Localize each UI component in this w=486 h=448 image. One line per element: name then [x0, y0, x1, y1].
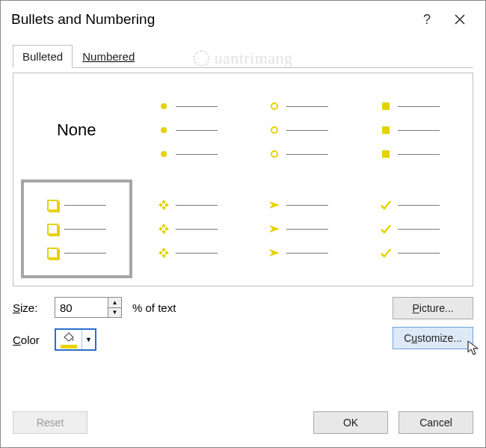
dialog-title: Bullets and Numbering [11, 11, 410, 28]
size-spin-up[interactable]: ▲ [108, 298, 121, 308]
size-input[interactable] [55, 298, 108, 317]
svg-rect-4 [162, 224, 166, 228]
svg-rect-9 [159, 251, 163, 255]
diamond-icon [158, 199, 170, 211]
close-button[interactable] [443, 9, 476, 30]
svg-rect-10 [164, 251, 169, 255]
arrow-icon [268, 199, 280, 211]
dialog-footer: Reset OK Cancel [1, 401, 485, 447]
svg-rect-7 [162, 230, 166, 234]
gallery-item-diamond[interactable] [132, 179, 244, 278]
ok-button[interactable]: OK [313, 411, 388, 434]
svg-rect-2 [164, 203, 169, 207]
gallery-item-circle[interactable] [243, 81, 354, 179]
gallery-item-disc[interactable] [132, 81, 244, 179]
svg-rect-1 [159, 203, 163, 207]
tab-numbered[interactable]: Numbered [73, 45, 144, 68]
svg-rect-6 [164, 227, 169, 231]
tab-bulleted[interactable]: Bulleted [13, 45, 73, 68]
cursor-icon [467, 340, 481, 357]
tab-bar: Bulleted Numbered [13, 44, 473, 68]
size-suffix: % of text [132, 301, 176, 314]
gallery-item-square[interactable] [354, 81, 466, 179]
gallery-item-box[interactable] [21, 179, 132, 278]
box-icon [46, 199, 58, 211]
check-icon [380, 199, 392, 211]
bullet-gallery: None [13, 73, 473, 286]
size-row: Size: ▲ ▼ % of text [13, 297, 384, 318]
close-icon [455, 14, 465, 25]
help-button[interactable]: ? [410, 9, 443, 30]
disc-icon [158, 100, 170, 112]
square-icon [380, 100, 392, 112]
bullets-numbering-dialog: Bullets and Numbering ? uantrimang Bulle… [0, 0, 486, 448]
svg-rect-5 [159, 227, 163, 231]
circle-icon [268, 100, 280, 112]
size-label: Size: [13, 301, 52, 314]
color-bar [61, 345, 77, 349]
color-dropdown-arrow[interactable]: ▼ [81, 330, 95, 349]
titlebar: Bullets and Numbering ? [1, 1, 485, 34]
customize-button[interactable]: Customize... [393, 327, 473, 349]
svg-rect-11 [162, 254, 166, 258]
reset-button[interactable]: Reset [13, 411, 87, 434]
bucket-icon [62, 331, 76, 344]
picture-button[interactable]: Picture... [393, 297, 473, 319]
gallery-item-none[interactable]: None [21, 81, 132, 179]
gallery-item-check[interactable] [354, 179, 466, 278]
color-picker[interactable]: ▼ [55, 328, 96, 351]
cancel-button[interactable]: Cancel [399, 411, 473, 434]
size-spinner[interactable]: ▲ ▼ [55, 297, 122, 318]
color-row: Color ▼ [13, 328, 384, 351]
color-label: Color [13, 334, 52, 346]
size-spin-down[interactable]: ▼ [108, 308, 121, 318]
svg-rect-3 [162, 206, 166, 210]
gallery-item-arrow[interactable] [243, 179, 354, 278]
svg-rect-8 [162, 248, 166, 252]
svg-rect-0 [162, 200, 166, 204]
